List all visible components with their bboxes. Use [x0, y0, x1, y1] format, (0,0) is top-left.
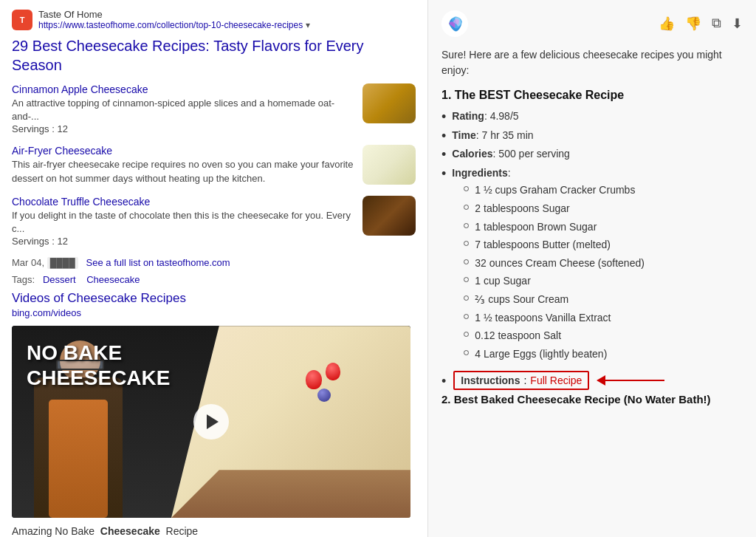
- video-title-bold: Cheesecake: [100, 525, 160, 537]
- recipe-item-1-meta: Servings : 12: [12, 123, 355, 134]
- instructions-label: Instructions: [461, 374, 520, 386]
- bullet-dot-calories: •: [441, 148, 446, 161]
- sub-circle-3: [464, 223, 469, 228]
- arrow-line: [605, 380, 664, 381]
- copilot-actions: 👍 👎 ⧉ ⬇: [659, 16, 743, 32]
- sub-circle-8: [464, 314, 469, 319]
- ingredient-7: ⅔ cups Sour Cream: [464, 293, 645, 307]
- sub-circle-4: [464, 241, 469, 246]
- ingredient-6: 1 cup Sugar: [464, 274, 645, 289]
- videos-heading: Videos of Cheesecake Recipes: [12, 291, 416, 306]
- rating-label: Rating: [452, 110, 484, 122]
- rating-content: Rating: 4.98/5: [452, 109, 518, 124]
- berry-red-1: [306, 370, 322, 389]
- ingredient-9: 0.12 teaspoon Salt: [464, 329, 645, 343]
- source-url: https://www.tasteofhome.com/collection/t…: [38, 20, 310, 30]
- calories-value: 500 per serving: [498, 148, 570, 160]
- arrow-indicator: [597, 375, 664, 386]
- sub-circle-6: [464, 277, 469, 282]
- video-overlay-title: NO BAKE CHEESECAKE: [27, 341, 174, 390]
- recipe-thumb-2-img: [362, 145, 416, 185]
- sub-circle-2: [464, 205, 469, 210]
- meta-date-blurred: ████: [47, 257, 78, 269]
- bullet-dot-instructions: •: [441, 374, 446, 388]
- tag-dessert[interactable]: Dessert: [43, 274, 76, 285]
- berry-blue: [317, 389, 331, 402]
- video-title-end: Recipe: [166, 525, 199, 537]
- calories-label: Calories: [452, 148, 492, 160]
- source-info: Taste Of Home https://www.tasteofhome.co…: [38, 9, 310, 30]
- tag-cheesecake[interactable]: Cheesecake: [86, 274, 140, 285]
- berry-red-2: [326, 363, 340, 380]
- tags-label: Tags:: [12, 274, 35, 285]
- sub-circle-10: [464, 350, 469, 355]
- bullet-dot-rating: •: [441, 110, 446, 123]
- video-bg: NO BAKE CHEESECAKE: [12, 326, 410, 518]
- sub-circle-1: [464, 186, 469, 191]
- recipe-item-3: Chocolate Truffle Cheesecake If you deli…: [12, 196, 416, 247]
- instructions-row: • Instructions: Full Recipe: [441, 371, 743, 390]
- video-thumbnail[interactable]: NO BAKE CHEESECAKE: [12, 326, 410, 518]
- ingredient-10: 4 Large Eggs (lightly beaten): [464, 347, 645, 362]
- recipe1-calories: • Calories: 500 per serving: [441, 147, 743, 162]
- right-panel: 👍 👎 ⧉ ⬇ Sure! Here are a few delicious c…: [428, 0, 756, 537]
- sub-circle-7: [464, 295, 469, 301]
- ingredient-5: 32 ounces Cream Cheese (softened): [464, 256, 645, 271]
- ingredients-label: Ingredients: [452, 167, 507, 179]
- copilot-header: 👍 👎 ⧉ ⬇: [441, 10, 743, 37]
- time-content: Time: 7 hr 35 min: [452, 129, 533, 143]
- recipe1-time: • Time: 7 hr 35 min: [441, 129, 743, 143]
- arrow-head: [597, 375, 605, 386]
- play-button[interactable]: [193, 404, 229, 439]
- bullet-dot-ingredients: •: [441, 167, 446, 180]
- recipe1-rating: • Rating: 4.98/5: [441, 109, 743, 124]
- recipe-item-3-text: Chocolate Truffle Cheesecake If you deli…: [12, 196, 362, 247]
- search-main-title[interactable]: 29 Best Cheesecake Recipes: Tasty Flavor…: [12, 36, 416, 75]
- videos-heading-link[interactable]: Videos of Cheesecake Recipes: [12, 291, 186, 305]
- video-title-start: Amazing No Bake: [12, 525, 94, 537]
- recipe-thumb-3-img: [362, 196, 416, 236]
- man-apron: [49, 400, 108, 518]
- meta-full-list-link[interactable]: See a full list on tasteofhome.com: [86, 257, 230, 268]
- ingredient-2: 2 tablespoons Sugar: [464, 202, 645, 216]
- sub-circle-9: [464, 332, 469, 337]
- recipe-item-1: Cinnamon Apple Cheesecake An attractive …: [12, 83, 416, 134]
- recipe-item-2-text: Air-Fryer Cheesecake This air-fryer chee…: [12, 145, 362, 185]
- calories-content: Calories: 500 per serving: [452, 147, 570, 162]
- ingredient-3: 1 tablespoon Brown Sugar: [464, 220, 645, 235]
- copilot-logo: [441, 10, 468, 37]
- recipe-item-1-title[interactable]: Cinnamon Apple Cheesecake: [12, 83, 355, 95]
- source-header: T Taste Of Home https://www.tasteofhome.…: [12, 9, 416, 30]
- intro-text: Sure! Here are a few delicious cheesecak…: [441, 47, 743, 78]
- thumbup-icon[interactable]: 👍: [659, 16, 675, 32]
- ingredient-8: 1 ½ teaspoons Vanilla Extract: [464, 311, 645, 326]
- source-icon: T: [12, 10, 32, 30]
- meta-date: Mar 04,: [12, 257, 44, 268]
- source-name: Taste Of Home: [38, 9, 310, 20]
- tags-row: Tags: Dessert Cheesecake: [12, 274, 416, 285]
- recipe-thumb-3: [362, 196, 416, 236]
- recipe2-heading: 2. Best Baked Cheesecake Recipe (No Wate…: [441, 393, 743, 406]
- left-panel: T Taste Of Home https://www.tasteofhome.…: [0, 0, 428, 537]
- bullet-dot-time: •: [441, 129, 446, 143]
- instructions-box: Instructions: Full Recipe: [453, 371, 589, 390]
- recipe-item-2-desc: This air-fryer cheesecake recipe require…: [12, 158, 355, 185]
- recipe-item-3-meta: Servings : 12: [12, 236, 355, 247]
- recipe-item-3-title[interactable]: Chocolate Truffle Cheesecake: [12, 196, 355, 208]
- rating-value: 4.98/5: [490, 110, 519, 122]
- ingredients-sublist: 1 ½ cups Graham Cracker Crumbs 2 tablesp…: [464, 183, 645, 361]
- copy-icon[interactable]: ⧉: [712, 16, 721, 32]
- time-value: 7 hr 35 min: [482, 129, 534, 141]
- full-recipe-link[interactable]: Full Recipe: [530, 374, 582, 386]
- recipe-item-2-title[interactable]: Air-Fryer Cheesecake: [12, 145, 355, 157]
- search-title-link[interactable]: 29 Best Cheesecake Recipes: Tasty Flavor…: [12, 38, 364, 73]
- download-icon[interactable]: ⬇: [732, 16, 743, 32]
- thumbdown-icon[interactable]: 👎: [685, 16, 701, 32]
- recipe-thumb-2: [362, 145, 416, 185]
- time-label: Time: [452, 129, 475, 141]
- recipe1-heading: 1. The BEST Cheesecake Recipe: [441, 89, 743, 102]
- recipe1-bullets: • Rating: 4.98/5 • Time: 7 hr 35 min • C…: [441, 109, 743, 365]
- recipe-thumb-1-img: [362, 83, 416, 123]
- videos-source[interactable]: bing.com/videos: [12, 307, 416, 318]
- recipe-item-2: Air-Fryer Cheesecake This air-fryer chee…: [12, 145, 416, 185]
